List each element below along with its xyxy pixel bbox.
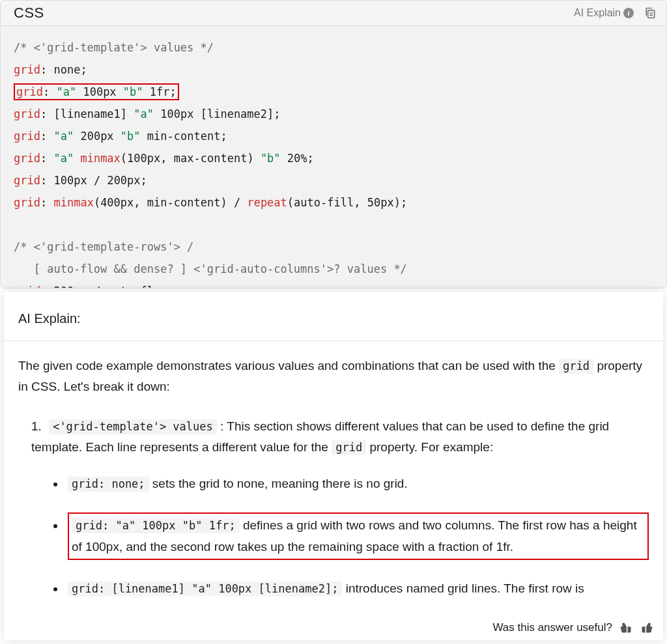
code-token: grid	[14, 196, 40, 209]
code-token: grid	[14, 285, 40, 288]
code-token: 100px	[83, 85, 116, 98]
code-token: grid	[14, 130, 40, 143]
ai-explain-body: The given code example demonstrates vari…	[4, 341, 663, 617]
ai-explain-label: AI Explain	[574, 7, 621, 19]
code-comment: /* <'grid-template-rows'> /	[14, 240, 193, 253]
code-token: 200px	[80, 130, 113, 143]
code-token: max-content	[174, 152, 248, 165]
svg-rect-0	[648, 10, 655, 18]
info-icon: i	[623, 8, 634, 18]
code-token: 100px	[53, 174, 87, 187]
code-token: [linename1]	[53, 107, 127, 120]
code-token: grid	[14, 174, 40, 187]
thumbs-up-icon[interactable]	[640, 621, 654, 635]
copy-icon[interactable]	[643, 5, 657, 21]
code-token: 20%	[287, 152, 307, 165]
inline-code: grid: "a" 100px "b" 1fr;	[72, 518, 240, 533]
list-item: grid: [linename1] "a" 100px [linename2];…	[65, 578, 649, 599]
code-token: "a"	[134, 107, 154, 120]
panel-header: CSS AI Explain i	[1, 1, 666, 26]
code-token: "a"	[53, 152, 74, 165]
text: introduces named grid lines. The first r…	[342, 581, 584, 595]
code-token: "b"	[123, 85, 143, 98]
code-token: auto-flow	[107, 285, 167, 288]
text: The given code example demonstrates vari…	[18, 359, 559, 372]
code-token: 100px	[127, 152, 160, 165]
code-block: /* <'grid-template'> values */ grid: non…	[1, 26, 666, 288]
code-token: minmax	[80, 152, 120, 165]
code-token: min-content	[147, 130, 221, 143]
inline-code: grid: [linename1] "a" 100px [linename2];	[68, 581, 342, 596]
code-token: 100px	[160, 107, 193, 120]
code-token: minmax	[53, 196, 93, 209]
code-token: "b"	[121, 130, 141, 143]
panel-actions: AI Explain i	[574, 5, 657, 21]
code-token: min-content	[147, 196, 221, 209]
list-item: grid: "a" 100px "b" 1fr; defines a grid …	[65, 512, 649, 560]
bullet-list: grid: none; sets the grid to none, meani…	[65, 473, 649, 599]
highlighted-code-line: grid: "a" 100px "b" 1fr;	[14, 83, 179, 100]
code-token: "a"	[56, 85, 76, 98]
code-comment: /* <'grid-template'> values */	[14, 41, 214, 54]
code-token: none	[53, 63, 80, 76]
code-token: 400px	[100, 196, 134, 209]
code-token: grid	[14, 63, 40, 76]
code-token: [linename2]	[201, 107, 274, 120]
list-item: grid: none; sets the grid to none, meani…	[65, 473, 649, 494]
code-token: "b"	[261, 152, 281, 165]
ordered-list: <'grid-template'> values : This section …	[18, 416, 649, 458]
list-item: <'grid-template'> values : This section …	[31, 416, 649, 458]
feedback-bar: Was this answer useful?	[4, 617, 663, 640]
code-token: grid	[14, 152, 40, 165]
code-token: 1fr	[150, 85, 170, 98]
ai-explain-panel: AI Explain: The given code example demon…	[4, 292, 663, 640]
ai-explain-button[interactable]: AI Explain i	[574, 7, 634, 19]
text: property. For example:	[366, 440, 493, 454]
code-token: grid	[16, 85, 43, 98]
inline-code: grid	[332, 440, 366, 455]
inline-code: grid	[559, 359, 593, 374]
code-token: 200px	[53, 285, 87, 288]
feedback-question: Was this answer useful?	[492, 621, 612, 634]
code-token: grid	[14, 107, 40, 120]
explain-intro: The given code example demonstrates vari…	[18, 356, 649, 398]
inline-code: <'grid-template'> values	[49, 419, 217, 434]
thumbs-down-icon[interactable]	[619, 621, 633, 635]
inline-code: grid: none;	[68, 477, 149, 492]
code-comment: [ auto-flow && dense? ] <'grid-auto-colu…	[14, 262, 407, 275]
code-token: 50px	[367, 196, 394, 209]
code-token: repeat	[247, 196, 287, 209]
code-token: 200px	[107, 174, 140, 187]
text: sets the grid to none, meaning there is …	[149, 477, 408, 490]
code-token: auto-fill	[294, 196, 354, 209]
panel-title: CSS	[14, 5, 44, 21]
highlighted-explanation: grid: "a" 100px "b" 1fr; defines a grid …	[68, 512, 649, 560]
ai-explain-title: AI Explain:	[4, 292, 663, 341]
code-panel: CSS AI Explain i /* <'grid-template'> va…	[0, 0, 667, 288]
code-token: "a"	[53, 130, 74, 143]
